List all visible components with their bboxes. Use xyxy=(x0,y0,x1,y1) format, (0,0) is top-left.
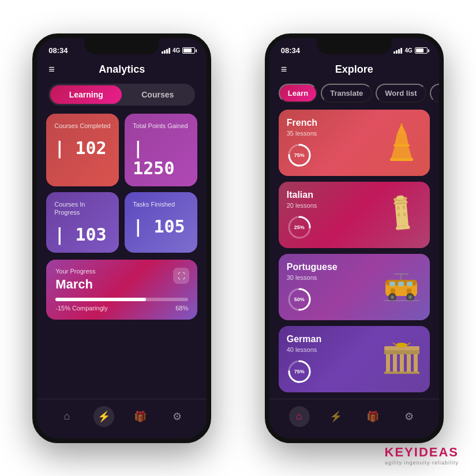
bottom-nav-left: ⌂ ⚡ 🎁 ⚙ xyxy=(37,399,207,438)
nav-home-right[interactable]: ⌂ xyxy=(289,406,310,427)
profile-icon-left: ⚙ xyxy=(173,410,182,423)
svg-rect-16 xyxy=(397,206,400,209)
course-portuguese-info: Portuguese 30 lessons 50% xyxy=(287,262,381,312)
course-german-lessons: 40 lessons xyxy=(287,346,381,353)
lightning-icon-left: ⚡ xyxy=(98,410,110,423)
stats-grid: Courses Completed | 102 Total Points Gai… xyxy=(37,109,207,258)
analytics-screen: 08:34 4G ≡ Analytics xyxy=(37,38,207,438)
brand-key: KEY xyxy=(385,445,414,459)
nav-gift-right[interactable]: 🎁 xyxy=(362,406,383,427)
status-bar-left: 08:34 4G xyxy=(37,38,207,59)
brand-deas: DEAS xyxy=(419,445,459,459)
tab-w[interactable]: W xyxy=(430,84,439,103)
course-french[interactable]: French 35 lessons 75% xyxy=(279,110,430,176)
svg-rect-15 xyxy=(397,195,404,200)
svg-rect-41 xyxy=(400,353,404,372)
brand-i: I xyxy=(414,445,419,459)
course-italian-info: Italian 20 lessons 25% xyxy=(287,190,381,240)
svg-rect-34 xyxy=(384,300,419,301)
stat-points: Total Points Gained | 1250 xyxy=(125,114,197,186)
svg-rect-4 xyxy=(393,144,410,147)
svg-marker-3 xyxy=(395,134,408,144)
expand-button[interactable]: ⛶ xyxy=(173,268,189,284)
svg-rect-19 xyxy=(403,212,406,216)
status-time-left: 08:34 xyxy=(48,46,68,55)
svg-rect-7 xyxy=(400,123,403,125)
network-left: 4G xyxy=(173,47,180,54)
nav-profile-right[interactable]: ⚙ xyxy=(399,406,419,427)
progress-label-italian: 25% xyxy=(294,224,305,230)
brandenburg-gate-icon xyxy=(381,339,422,379)
svg-point-46 xyxy=(396,343,407,347)
stat-label-points: Total Points Gained xyxy=(133,122,189,130)
svg-rect-42 xyxy=(407,353,411,372)
course-italian[interactable]: Italian 20 lessons 25% xyxy=(279,182,430,248)
course-german-progress: 75% xyxy=(287,359,312,384)
page-wrapper: 08:34 4G ≡ Analytics xyxy=(0,0,476,476)
course-italian-lessons: 20 lessons xyxy=(287,202,381,209)
tab-wordlist[interactable]: Word list xyxy=(376,84,426,103)
courses-list: French 35 lessons 75% xyxy=(269,106,439,399)
progress-meta: -15% Comparingly 68% xyxy=(55,305,188,312)
signal-bars-right xyxy=(393,48,402,54)
course-portuguese-progress: 50% xyxy=(287,287,312,312)
nav-profile-left[interactable]: ⚙ xyxy=(167,406,188,427)
svg-rect-43 xyxy=(414,353,418,372)
gift-icon-right: 🎁 xyxy=(366,410,379,423)
nav-home-left[interactable]: ⌂ xyxy=(57,406,77,427)
course-french-name: French xyxy=(287,118,381,128)
svg-rect-17 xyxy=(403,205,406,209)
analytics-title: Analytics xyxy=(99,63,145,76)
battery-fill-right xyxy=(416,48,424,53)
svg-rect-18 xyxy=(398,213,400,216)
progress-month: March xyxy=(55,277,188,292)
course-german[interactable]: German 40 lessons 75% xyxy=(279,326,430,392)
svg-rect-44 xyxy=(384,350,419,354)
svg-rect-6 xyxy=(390,158,413,161)
svg-rect-49 xyxy=(384,372,419,374)
menu-icon-left[interactable]: ≡ xyxy=(48,63,55,76)
nav-gift-left[interactable]: 🎁 xyxy=(130,406,151,427)
course-french-lessons: 35 lessons xyxy=(287,130,381,137)
tab-translate[interactable]: Translate xyxy=(321,84,372,103)
course-portuguese-name: Portuguese xyxy=(287,262,381,272)
menu-icon-right[interactable]: ≡ xyxy=(281,63,287,76)
explore-screen: 08:34 4G ≡ Explore xyxy=(269,38,439,438)
progress-pct: 68% xyxy=(175,305,188,312)
svg-rect-25 xyxy=(389,282,395,286)
status-icons-left: 4G xyxy=(162,47,195,54)
nav-lightning-right[interactable]: ⚡ xyxy=(325,406,346,427)
signal-bars-left xyxy=(162,48,170,54)
progress-card: Your Progress March -15% Comparingly 68%… xyxy=(46,260,197,320)
status-bar-right: 08:34 4G xyxy=(269,38,439,59)
tab-learn[interactable]: Learn xyxy=(279,84,317,103)
nav-lightning-left[interactable]: ⚡ xyxy=(93,406,114,427)
phone-explore: 08:34 4G ≡ Explore xyxy=(265,33,444,443)
course-portuguese[interactable]: Portuguese 30 lessons 50% xyxy=(279,254,430,320)
branding-tagline: agility·ingenuity·reliability xyxy=(385,460,459,466)
course-german-name: German xyxy=(287,334,381,344)
stat-value-points: | 1250 xyxy=(133,138,189,178)
progress-bar-fill xyxy=(55,298,145,301)
svg-marker-5 xyxy=(391,147,412,158)
explore-tabs: Learn Translate Word list W xyxy=(269,80,439,106)
status-time-right: 08:34 xyxy=(281,46,300,55)
bottom-nav-right: ⌂ ⚡ 🎁 ⚙ xyxy=(269,399,439,438)
battery-fill-left xyxy=(183,48,192,53)
stat-tasks: Tasks Finished | 105 xyxy=(125,192,197,253)
battery-right xyxy=(415,47,428,54)
course-italian-name: Italian xyxy=(287,190,381,200)
leaning-tower-icon xyxy=(381,194,422,235)
phone-analytics: 08:34 4G ≡ Analytics xyxy=(32,33,211,443)
home-icon-right: ⌂ xyxy=(296,410,302,422)
lightning-icon-right: ⚡ xyxy=(329,410,342,423)
explore-title: Explore xyxy=(335,63,373,76)
stat-label-completed: Courses Completed xyxy=(54,122,111,130)
svg-rect-26 xyxy=(398,282,404,286)
tab-learning[interactable]: Learning xyxy=(50,85,122,104)
svg-rect-40 xyxy=(393,353,397,372)
stat-courses-completed: Courses Completed | 102 xyxy=(46,114,119,186)
svg-point-33 xyxy=(409,296,411,298)
tab-courses[interactable]: Courses xyxy=(122,85,193,104)
stat-value-tasks: | 105 xyxy=(133,216,189,237)
